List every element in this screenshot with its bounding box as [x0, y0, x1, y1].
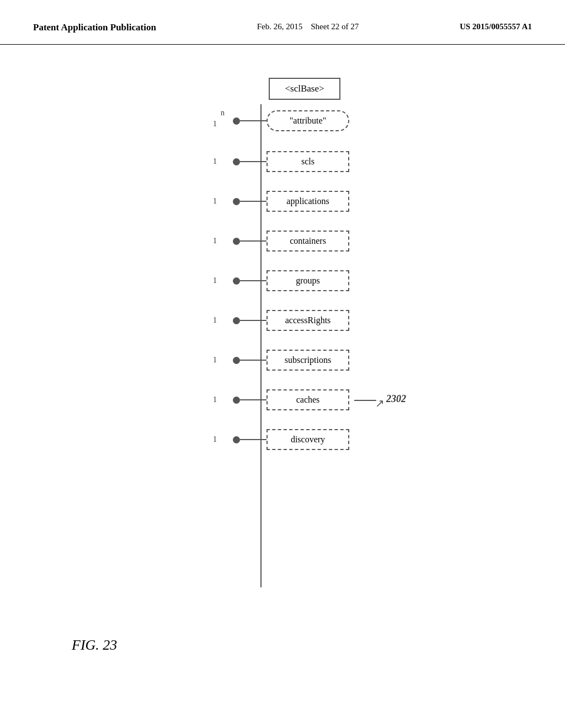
dot-containers [233, 238, 240, 245]
multiplicity-caches: 1 [213, 395, 217, 404]
dot-accessrights [233, 317, 240, 324]
header-left-text: Patent Application Publication [33, 22, 156, 33]
multiplicity-discovery: 1 [213, 435, 217, 444]
multiplicity-1-label-attr: 1 [213, 120, 217, 129]
horiz-caches [240, 399, 266, 400]
multiplicity-accessrights: 1 [213, 316, 217, 325]
dot-subscriptions [233, 357, 240, 364]
node-caches: caches [266, 389, 349, 410]
annotation-arrow: ↗ [375, 397, 385, 410]
horiz-accessrights [240, 320, 266, 321]
multiplicity-applications: 1 [213, 197, 217, 206]
row-containers: 1 containers [233, 221, 398, 261]
header-sheet: Sheet 22 of 27 [311, 22, 359, 31]
row-accessrights: 1 accessRights [233, 301, 398, 340]
root-box: <sclBase> [269, 78, 340, 100]
horiz-subscriptions [240, 360, 266, 361]
dot-scls [233, 158, 240, 165]
header-right-text: US 2015/0055557 A1 [460, 22, 532, 31]
node-applications: applications [266, 191, 349, 212]
children-container: n 1 "attribute" 1 scls 1 [233, 100, 398, 459]
horiz-applications [240, 201, 266, 202]
row-subscriptions: 1 subscriptions [233, 340, 398, 380]
row-applications: 1 applications [233, 181, 398, 221]
dot-caches [233, 397, 240, 404]
header-date: Feb. 26, 2015 [257, 22, 303, 31]
row-discovery: 1 discovery [233, 420, 398, 459]
page-header: Patent Application Publication Feb. 26, … [0, 0, 565, 45]
figure-caption: FIG. 23 [72, 637, 117, 654]
node-subscriptions: subscriptions [266, 350, 349, 371]
dot-attribute [233, 117, 240, 125]
node-containers: containers [266, 231, 349, 251]
multiplicity-n-label: n [221, 109, 225, 117]
horiz-scls [240, 161, 266, 162]
annotation-number: 2302 [386, 393, 406, 405]
node-scls: scls [266, 151, 349, 172]
multiplicity-scls: 1 [213, 157, 217, 166]
row-attribute: n 1 "attribute" [233, 100, 398, 142]
row-caches: 1 caches ↗ 2302 [233, 380, 398, 420]
row-scls: 1 scls [233, 142, 398, 181]
multiplicity-containers: 1 [213, 237, 217, 245]
horiz-groups [240, 280, 266, 281]
multiplicity-subscriptions: 1 [213, 356, 217, 365]
node-attribute: "attribute" [266, 110, 349, 131]
node-accessrights: accessRights [266, 310, 349, 331]
horiz-containers [240, 240, 266, 242]
dot-groups [233, 277, 240, 285]
horiz-discovery [240, 439, 266, 440]
root-node-row: <sclBase> [211, 78, 398, 100]
dot-applications [233, 198, 240, 205]
dot-discovery [233, 436, 240, 443]
tree: <sclBase> n 1 "attribute" 1 [167, 78, 398, 459]
node-groups: groups [266, 270, 349, 291]
row-groups: 1 groups [233, 261, 398, 301]
annotation-line [354, 400, 376, 401]
node-discovery: discovery [266, 429, 349, 450]
diagram-area: <sclBase> n 1 "attribute" 1 [0, 78, 565, 459]
multiplicity-groups: 1 [213, 276, 217, 285]
horiz-attribute [240, 120, 266, 121]
header-center: Feb. 26, 2015 Sheet 22 of 27 [257, 22, 359, 31]
page: Patent Application Publication Feb. 26, … [0, 0, 565, 728]
